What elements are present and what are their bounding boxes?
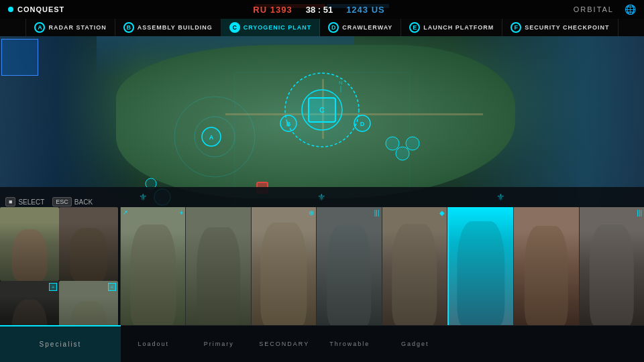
loadout-char-7[interactable] xyxy=(514,207,578,325)
loadout-arrow-1: ↗ xyxy=(123,209,128,216)
obj-letter-c: C xyxy=(229,22,240,33)
loadout-col-5: ◆ xyxy=(382,207,447,325)
loadout-icon-active: + xyxy=(507,209,511,217)
specialist-label-text: Specialist xyxy=(40,341,82,348)
loadout-char-active[interactable]: + xyxy=(449,207,513,325)
score-area: RU 1393 38 : 51 1243 US xyxy=(64,5,573,15)
empty-col-label-2 xyxy=(513,325,579,362)
loadout-label-cols: Loadout Primary SECONDARY Throwable Gadg… xyxy=(121,325,644,362)
bottom-labels: Specialist Loadout Primary SECONDARY Thr… xyxy=(0,325,644,362)
throwable-label: Throwable xyxy=(329,341,370,347)
loadout-char-2[interactable] xyxy=(186,207,250,325)
tab-security-checkpoint[interactable]: F SECURITY CHECKPOINT xyxy=(502,19,618,36)
obj-name-c: CRYOGENIC PLANT xyxy=(244,24,312,31)
team-cluster-2 xyxy=(396,147,409,160)
loadout-icon-5: ◆ xyxy=(439,209,445,217)
back-control[interactable]: ESC BACK xyxy=(52,197,93,206)
tab-radar-station[interactable]: A RADAR STATION xyxy=(25,19,115,36)
loadout-col-3: ⊕ xyxy=(252,207,317,325)
obj-name-f: SECURITY CHECKPOINT xyxy=(525,24,609,31)
tab-launch-platform[interactable]: E LAUNCH PLATFORM xyxy=(401,19,502,36)
topbar: CONQUEST RU 1393 38 : 51 1243 US ORBITAL… xyxy=(0,0,644,19)
obj-letter-e: E xyxy=(409,22,420,33)
specialist-icons-row: ⚜ ⚜ ⚜ xyxy=(0,187,644,207)
loadout-area: + + + ↗ ⊕ xyxy=(0,207,644,325)
char-card-2[interactable] xyxy=(59,207,118,281)
obj-name-b: ASSEMBLY BUILDING xyxy=(138,24,213,31)
tab-cryogenic-plant[interactable]: C CRYOGENIC PLANT xyxy=(221,19,321,36)
loadout-label: Loadout xyxy=(138,341,169,347)
loadout-icon-4: ||| xyxy=(374,209,380,217)
back-label: BACK xyxy=(74,198,93,206)
back-key: ESC xyxy=(52,197,72,206)
loadout-col-4: ||| xyxy=(317,207,382,325)
team-cluster-1 xyxy=(386,137,399,150)
svg-text:N: N xyxy=(339,80,343,86)
empty-col-label-1 xyxy=(448,325,514,362)
specialist-section: + + xyxy=(0,207,121,325)
loadout-section: + ↗ ⊕ ||| ◆ xyxy=(121,207,644,325)
obj-c-label: C xyxy=(319,106,325,114)
char-card-3[interactable]: + xyxy=(0,281,59,325)
empty-col-label-3 xyxy=(579,325,645,362)
map-area: C A B D xyxy=(0,36,644,207)
throwable-col-label[interactable]: Throwable xyxy=(317,325,383,362)
svg-text:D: D xyxy=(360,121,365,127)
select-label: SELECT xyxy=(18,198,44,206)
spec-slot-2: ⚜ xyxy=(317,192,326,202)
world-icon: 🌐 xyxy=(625,4,636,15)
secondary-col-label[interactable]: SECONDARY xyxy=(252,325,317,362)
loadout-icon-8: ||| xyxy=(637,209,642,217)
gadget-label: Gadget xyxy=(401,341,429,347)
char-unlock-icon-3: + xyxy=(49,283,57,291)
team-cluster-3 xyxy=(406,137,419,150)
map-background: C A B D xyxy=(0,36,644,207)
char-unlock-icon-4: + xyxy=(108,283,116,291)
map-name: ORBITAL xyxy=(574,5,614,13)
loadout-char-3[interactable]: ⊕ xyxy=(252,207,316,325)
score-timer: 38 : 51 xyxy=(306,5,333,15)
select-key: ■ xyxy=(5,197,15,206)
map-hud-svg: C A B D xyxy=(0,36,644,207)
loadout-char-5[interactable]: ◆ xyxy=(382,207,447,325)
char-card-1[interactable] xyxy=(0,207,59,281)
tab-crawlerway[interactable]: D CRAWLERWAY xyxy=(320,19,401,36)
gadget-col-label[interactable]: Gadget xyxy=(382,325,448,362)
obj-letter-b: B xyxy=(123,22,134,33)
char-face-2 xyxy=(59,207,118,281)
loadout-col-1: + ↗ xyxy=(121,207,186,325)
dot-icon xyxy=(8,7,13,12)
spec-slot-3: ⚜ xyxy=(496,192,505,202)
obj-name-a: RADAR STATION xyxy=(48,24,106,31)
obj-name-e: LAUNCH PLATFORM xyxy=(423,24,494,31)
obj-letter-d: D xyxy=(328,22,339,33)
score-ru: RU 1393 xyxy=(253,5,292,15)
game-mode-label: CONQUEST xyxy=(8,5,64,13)
loadout-char-1[interactable]: + ↗ xyxy=(121,207,185,325)
loadout-col-8: ||| xyxy=(580,207,644,325)
loadout-col-6-active: + xyxy=(447,207,514,325)
specialist-label-tab[interactable]: Specialist xyxy=(0,325,121,362)
loadout-col-7 xyxy=(514,207,579,325)
loadout-char-4[interactable]: ||| xyxy=(317,207,381,325)
loadout-icon-3: ⊕ xyxy=(309,209,314,217)
map-controls: ■ SELECT ESC BACK xyxy=(5,197,93,206)
game-mode-text: CONQUEST xyxy=(17,5,64,13)
loadout-col-2 xyxy=(186,207,251,325)
loadout-char-8[interactable]: ||| xyxy=(580,207,644,325)
loadout-col-label[interactable]: Loadout xyxy=(121,325,186,362)
primary-col-label[interactable]: Primary xyxy=(186,325,252,362)
obj-name-d: CRAWLERWAY xyxy=(342,24,392,31)
obj-letter-f: F xyxy=(511,22,521,33)
svg-text:A: A xyxy=(209,134,214,141)
char-face-1 xyxy=(0,207,59,281)
secondary-label: SECONDARY xyxy=(259,341,309,347)
team-indicator xyxy=(1,39,38,76)
primary-label: Primary xyxy=(204,341,234,347)
score-us: 1243 US xyxy=(346,5,385,15)
tab-assembly-building[interactable]: B ASSEMBLY BUILDING xyxy=(115,19,221,36)
char-card-4[interactable]: + xyxy=(59,281,118,325)
svg-text:B: B xyxy=(286,121,291,127)
select-control[interactable]: ■ SELECT xyxy=(5,197,44,206)
spec-slot-1: ⚜ xyxy=(139,192,148,202)
